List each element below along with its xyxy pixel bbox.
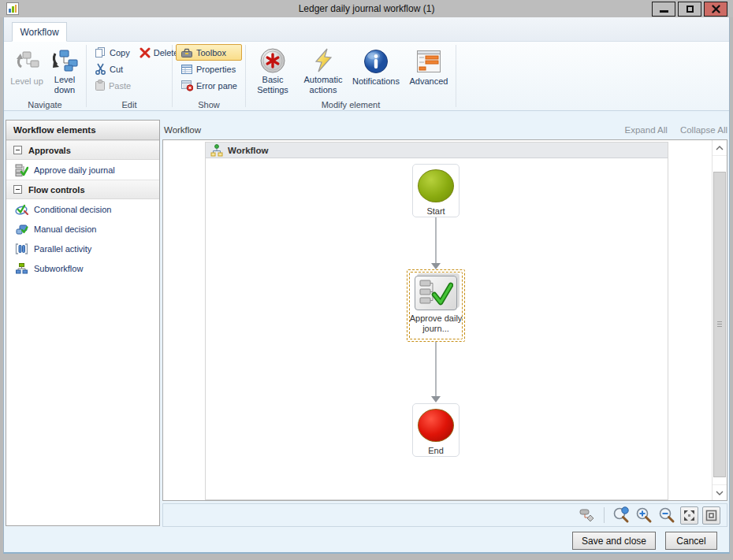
workflow-elements-panel: Workflow elements Approvals Approve dail… <box>6 120 160 526</box>
paste-button[interactable]: Paste <box>90 77 169 94</box>
titlebar: Ledger daily journal workflow (1) <box>0 0 733 17</box>
paste-icon <box>95 80 106 91</box>
manual-decision-icon <box>15 223 28 235</box>
maximize-button[interactable] <box>678 2 701 17</box>
subworkflow-icon <box>15 262 28 275</box>
group-label-navigate: Navigate <box>4 100 86 109</box>
ribbon-group-edit: Copy Delete Cut <box>87 42 172 110</box>
scroll-up-button[interactable] <box>713 140 727 156</box>
tab-workflow[interactable]: Workflow <box>12 22 67 42</box>
zoom-selection-button[interactable] <box>612 506 631 525</box>
copy-label: Copy <box>110 48 130 57</box>
toolbar-separator <box>604 507 605 523</box>
ribbon-divider <box>456 45 456 107</box>
approve-node-label: Approve daily journ... <box>408 313 463 334</box>
node-start[interactable]: Start <box>412 164 460 217</box>
automatic-actions-icon <box>310 46 337 75</box>
properties-button[interactable]: Properties <box>176 61 242 77</box>
level-down-button[interactable]: Level down <box>47 44 83 98</box>
collapse-toggle-icon[interactable] <box>13 185 22 194</box>
workflow-container-header[interactable]: Workflow <box>206 143 668 158</box>
properties-icon <box>180 64 193 75</box>
sidebar-item-manual-decision[interactable]: Manual decision <box>6 219 159 239</box>
sidebar-section-flow-controls[interactable]: Flow controls <box>6 180 159 199</box>
copy-icon <box>95 46 106 58</box>
group-label-edit: Edit <box>87 100 172 109</box>
fit-to-window-icon <box>683 510 695 521</box>
overview-map-button[interactable] <box>578 506 597 525</box>
basic-settings-label: Basic Settings <box>251 75 295 95</box>
sidebar-item-subworkflow[interactable]: Subworkflow <box>6 258 159 278</box>
paste-label: Paste <box>109 81 131 91</box>
collapse-toggle-icon[interactable] <box>13 146 22 154</box>
section-label-flow-controls: Flow controls <box>28 185 85 195</box>
notifications-icon <box>363 46 389 76</box>
ribbon: Level up Level down Navigate <box>4 42 729 111</box>
workflow-canvas[interactable]: Workflow Start <box>162 139 727 501</box>
start-node-label: Start <box>426 206 445 217</box>
canvas-toolbar <box>162 503 727 527</box>
ribbon-group-modify-element: Basic Settings Automatic actions <box>246 42 456 110</box>
cut-icon <box>95 63 106 75</box>
level-up-label: Level up <box>10 76 43 87</box>
copy-button[interactable]: Copy <box>90 44 135 61</box>
sidebar-item-label: Approve daily journal <box>34 165 115 175</box>
ribbon-group-navigate: Level up Level down Navigate <box>4 42 86 110</box>
save-and-close-button[interactable]: Save and close <box>572 532 656 550</box>
automatic-actions-label: Automatic actions <box>301 75 345 95</box>
minimize-button[interactable] <box>652 2 675 17</box>
group-label-show: Show <box>173 100 245 109</box>
zoom-out-button[interactable] <box>657 506 676 525</box>
cancel-button[interactable]: Cancel <box>665 532 717 550</box>
maximize-icon <box>686 6 694 13</box>
zoom-selection-icon <box>612 506 630 524</box>
canvas-panel-header: Workflow Expand All Collapse All <box>164 121 727 139</box>
expand-all-link[interactable]: Expand All <box>625 125 668 135</box>
sidebar-header: Workflow elements <box>6 121 159 140</box>
workflow-container-title: Workflow <box>228 146 269 155</box>
scrollbar-thumb[interactable] <box>713 172 726 477</box>
notifications-button[interactable]: Notifications <box>350 44 402 98</box>
scroll-down-button[interactable] <box>713 484 727 500</box>
approval-icon <box>15 164 28 176</box>
advanced-button[interactable]: Advanced <box>405 44 452 98</box>
ribbon-tab-row: Workflow <box>4 17 729 42</box>
node-approve-daily-journal[interactable]: Approve daily journ... <box>407 269 465 342</box>
sidebar-item-conditional-decision[interactable]: Conditional decision <box>6 199 159 219</box>
close-button[interactable] <box>704 2 727 17</box>
error-pane-button[interactable]: Error pane <box>176 77 242 94</box>
toolbox-icon <box>180 47 193 58</box>
node-end[interactable]: End <box>412 403 460 457</box>
canvas-panel-title: Workflow <box>164 125 201 135</box>
sidebar-section-approvals[interactable]: Approvals <box>6 140 159 160</box>
delete-icon <box>140 47 151 58</box>
edge-arrowhead <box>431 396 441 402</box>
toolbox-button[interactable]: Toolbox <box>176 44 242 61</box>
automatic-actions-button[interactable]: Automatic actions <box>300 44 347 98</box>
scroll-up-icon <box>716 146 724 150</box>
advanced-label: Advanced <box>410 76 448 87</box>
zoom-in-button[interactable] <box>634 506 653 525</box>
sidebar-item-label: Subworkflow <box>34 264 83 273</box>
error-pane-icon <box>180 80 193 91</box>
cut-button[interactable]: Cut <box>90 61 169 77</box>
basic-settings-icon <box>259 46 286 75</box>
zoom-out-icon <box>658 506 675 524</box>
actual-size-button[interactable] <box>702 506 720 525</box>
sidebar-item-approve-daily-journal[interactable]: Approve daily journal <box>6 160 159 180</box>
workflow-tree-icon <box>210 144 223 157</box>
level-down-label: Level down <box>48 75 81 95</box>
fit-to-window-button[interactable] <box>680 506 698 525</box>
notifications-label: Notifications <box>352 76 400 87</box>
section-label-approvals: Approvals <box>28 146 71 155</box>
basic-settings-button[interactable]: Basic Settings <box>249 44 296 98</box>
sidebar-item-parallel-activity[interactable]: Parallel activity <box>6 239 159 258</box>
end-node-label: End <box>428 446 444 456</box>
properties-label: Properties <box>196 65 236 74</box>
canvas-vertical-scrollbar[interactable] <box>712 140 727 500</box>
collapse-all-link[interactable]: Collapse All <box>680 125 727 135</box>
selection-border: Approve daily journ... <box>409 272 463 339</box>
level-up-button[interactable]: Level up <box>9 44 45 98</box>
window-title: Ledger daily journal workflow (1) <box>0 0 733 17</box>
ribbon-group-show: Toolbox Properties Error pane <box>173 42 245 110</box>
